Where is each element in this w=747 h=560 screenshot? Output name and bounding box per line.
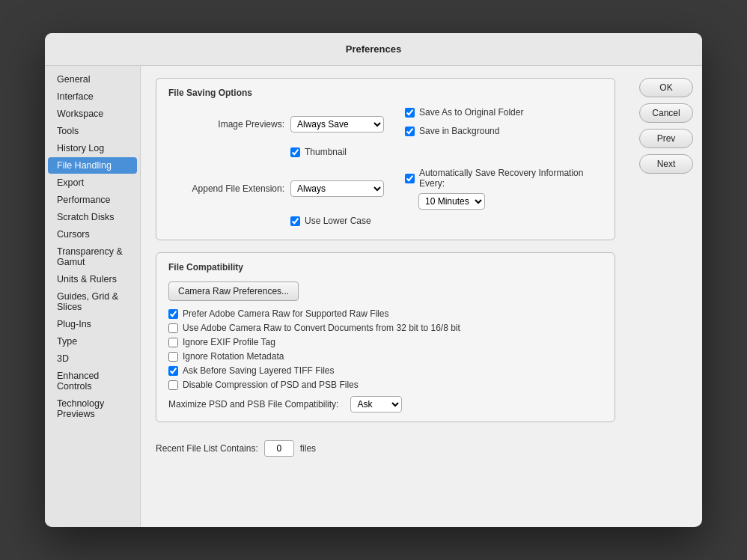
- right-checks-group: Save As to Original Folder Save in Backg…: [405, 107, 523, 141]
- file-saving-section: File Saving Options Image Previews: Alwa…: [156, 78, 615, 240]
- auto-save-interval-select[interactable]: 1 Minute5 Minutes10 Minutes15 Minutes30 …: [418, 193, 485, 210]
- auto-save-label: Automatically Save Recovery Information …: [419, 168, 603, 189]
- image-previews-select[interactable]: Always SaveNever SaveAsk When Saving: [290, 116, 384, 133]
- lower-case-check-row: Use Lower Case: [290, 216, 371, 226]
- append-ext-select[interactable]: AlwaysNeverAsk When Saving: [290, 180, 384, 197]
- lower-case-row: Use Lower Case: [168, 216, 603, 231]
- use-adobe-convert-label: Use Adobe Camera Raw to Convert Document…: [183, 323, 460, 333]
- compat-check-ignore-rotation: Ignore Rotation Metadata: [168, 351, 603, 362]
- ignore-exif-label: Ignore EXIF Profile Tag: [183, 337, 275, 347]
- sidebar-item-transparency-gamut[interactable]: Transparency & Gamut: [48, 243, 137, 270]
- save-as-original-row: Save As to Original Folder: [405, 107, 523, 118]
- thumbnail-label: Thumbnail: [305, 147, 347, 157]
- sidebar-item-cursors[interactable]: Cursors: [48, 226, 137, 243]
- compat-check-prefer-adobe: Prefer Adobe Camera Raw for Supported Ra…: [168, 308, 603, 319]
- use-adobe-convert-checkbox[interactable]: [168, 323, 178, 333]
- file-compatibility-section: File Compatibility Camera Raw Preference…: [156, 252, 615, 422]
- image-previews-label: Image Previews:: [168, 119, 284, 130]
- compat-check-ignore-exif: Ignore EXIF Profile Tag: [168, 337, 603, 347]
- disable-compression-checkbox[interactable]: [168, 380, 178, 390]
- compat-check-disable-compression: Disable Compression of PSD and PSB Files: [168, 380, 603, 390]
- compatibility-checks: Prefer Adobe Camera Raw for Supported Ra…: [168, 308, 603, 390]
- auto-save-group: Automatically Save Recovery Information …: [405, 168, 603, 210]
- cancel-button[interactable]: Cancel: [639, 103, 693, 123]
- disable-compression-label: Disable Compression of PSD and PSB Files: [183, 380, 359, 390]
- buttons-panel: OK Cancel Prev Next: [630, 66, 702, 527]
- camera-raw-prefs-button[interactable]: Camera Raw Preferences...: [168, 281, 299, 301]
- main-content: File Saving Options Image Previews: Alwa…: [141, 66, 630, 527]
- maximize-compat-label: Maximize PSD and PSB File Compatibility:: [168, 399, 338, 410]
- append-ext-label: Append File Extension:: [168, 183, 284, 194]
- sidebar-item-plug-ins[interactable]: Plug-Ins: [48, 316, 137, 332]
- sidebar-item-interface[interactable]: Interface: [48, 88, 137, 105]
- preferences-dialog: Preferences GeneralInterfaceWorkspaceToo…: [45, 33, 702, 527]
- ignore-rotation-checkbox[interactable]: [168, 352, 178, 362]
- sidebar-item-export[interactable]: Export: [48, 174, 137, 191]
- save-in-background-label: Save in Background: [419, 126, 499, 136]
- sidebar-item-history-log[interactable]: History Log: [48, 140, 137, 156]
- recent-files-label-before: Recent File List Contains:: [156, 443, 258, 454]
- sidebar-item-workspace[interactable]: Workspace: [48, 106, 137, 122]
- save-in-background-checkbox[interactable]: [405, 127, 415, 136]
- maximize-compat-select[interactable]: AskAlwaysNever: [350, 396, 402, 413]
- recent-files-row: Recent File List Contains: files: [156, 440, 615, 457]
- image-previews-row: Image Previews: Always SaveNever SaveAsk…: [168, 107, 603, 141]
- prefer-adobe-label: Prefer Adobe Camera Raw for Supported Ra…: [183, 308, 388, 319]
- sidebar-item-technology-previews[interactable]: Technology Previews: [48, 395, 137, 422]
- sidebar: GeneralInterfaceWorkspaceToolsHistory Lo…: [45, 66, 141, 527]
- next-button[interactable]: Next: [639, 154, 693, 174]
- lower-case-checkbox[interactable]: [290, 216, 300, 226]
- compat-check-ask-tiff: Ask Before Saving Layered TIFF Files: [168, 365, 603, 376]
- thumbnail-row: Thumbnail: [168, 147, 603, 162]
- sidebar-item-enhanced-controls[interactable]: Enhanced Controls: [48, 368, 137, 395]
- ask-tiff-label: Ask Before Saving Layered TIFF Files: [183, 365, 335, 376]
- sidebar-item-general[interactable]: General: [48, 71, 137, 88]
- ignore-rotation-label: Ignore Rotation Metadata: [183, 351, 284, 362]
- thumbnail-check-row: Thumbnail: [290, 147, 347, 157]
- dialog-title: Preferences: [45, 33, 702, 66]
- sidebar-item-guides-grid-slices[interactable]: Guides, Grid & Slices: [48, 288, 137, 315]
- sidebar-item-type[interactable]: Type: [48, 333, 137, 350]
- lower-case-label: Use Lower Case: [305, 216, 371, 226]
- auto-save-checkbox[interactable]: [405, 174, 415, 183]
- sidebar-item-units-rulers[interactable]: Units & Rulers: [48, 271, 137, 287]
- append-ext-row: Append File Extension: AlwaysNeverAsk Wh…: [168, 168, 603, 210]
- save-as-original-label: Save As to Original Folder: [419, 107, 523, 118]
- prev-button[interactable]: Prev: [639, 129, 693, 148]
- save-as-original-checkbox[interactable]: [405, 108, 415, 118]
- recent-files-input[interactable]: [264, 440, 294, 457]
- prefer-adobe-checkbox[interactable]: [168, 309, 178, 319]
- thumbnail-checkbox[interactable]: [290, 147, 300, 157]
- ignore-exif-checkbox[interactable]: [168, 338, 178, 347]
- auto-save-row: Automatically Save Recovery Information …: [405, 168, 603, 189]
- compat-check-use-adobe-convert: Use Adobe Camera Raw to Convert Document…: [168, 323, 603, 333]
- sidebar-item-file-handling[interactable]: File Handling: [48, 157, 137, 174]
- sidebar-item-3d[interactable]: 3D: [48, 350, 137, 367]
- sidebar-item-scratch-disks[interactable]: Scratch Disks: [48, 209, 137, 225]
- maximize-compat-row: Maximize PSD and PSB File Compatibility:…: [168, 396, 603, 413]
- file-saving-title: File Saving Options: [168, 88, 603, 98]
- ask-tiff-checkbox[interactable]: [168, 366, 178, 376]
- sidebar-item-tools[interactable]: Tools: [48, 123, 137, 139]
- auto-save-interval-row: 1 Minute5 Minutes10 Minutes15 Minutes30 …: [418, 193, 603, 210]
- save-in-background-row: Save in Background: [405, 126, 523, 136]
- ok-button[interactable]: OK: [639, 78, 693, 97]
- file-compatibility-title: File Compatibility: [168, 262, 603, 273]
- sidebar-item-performance[interactable]: Performance: [48, 192, 137, 208]
- recent-files-label-after: files: [300, 443, 316, 454]
